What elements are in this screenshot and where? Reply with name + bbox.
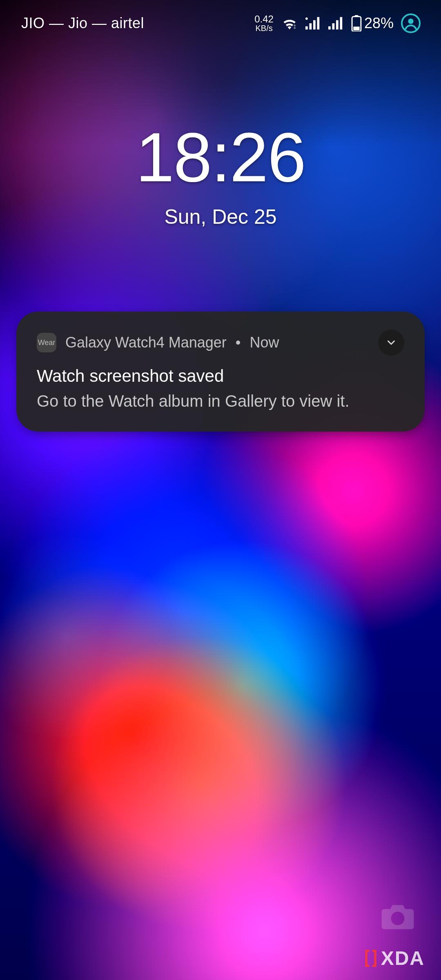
notification-separator: • <box>236 334 241 351</box>
data-rate-value: 0.42 <box>254 14 274 24</box>
battery-indicator: 28% <box>351 15 394 32</box>
battery-icon <box>351 15 362 31</box>
svg-point-0 <box>305 18 308 20</box>
clock-time: 18:26 <box>0 122 441 192</box>
cellular-signal-1-icon <box>305 17 321 30</box>
camera-shortcut-icon[interactable] <box>379 901 416 935</box>
carrier-label: JIO — Jio — airtel <box>21 15 144 32</box>
data-rate-unit: KB/s <box>255 24 272 32</box>
notification-app-name: Galaxy Watch4 Manager <box>65 334 227 351</box>
wifi-icon <box>281 16 298 30</box>
svg-rect-3 <box>353 27 359 30</box>
notification-title: Watch screenshot saved <box>37 366 404 386</box>
notification-time: Now <box>249 334 279 351</box>
data-rate-indicator: 0.42 KB/s <box>254 14 274 32</box>
clock-date: Sun, Dec 25 <box>0 205 441 229</box>
cellular-signal-2-icon <box>328 17 344 30</box>
chevron-down-icon <box>385 336 397 349</box>
lockscreen-clock: 18:26 Sun, Dec 25 <box>0 122 441 229</box>
xda-watermark: XDA <box>363 947 425 969</box>
notification-expand-button[interactable] <box>378 330 404 356</box>
wear-app-icon: Wear <box>37 333 56 352</box>
xda-bracket-icon <box>363 949 379 967</box>
notification-body: Go to the Watch album in Gallery to view… <box>37 390 404 412</box>
battery-percent: 28% <box>364 15 394 32</box>
svg-point-5 <box>408 18 413 24</box>
notification-card[interactable]: Wear Galaxy Watch4 Manager • Now Watch s… <box>16 312 425 432</box>
profile-icon[interactable] <box>401 13 421 33</box>
notification-header: Wear Galaxy Watch4 Manager • Now <box>37 330 404 356</box>
statusbar: JIO — Jio — airtel 0.42 KB/s 28% <box>0 0 441 39</box>
xda-watermark-text: XDA <box>381 947 425 969</box>
svg-rect-2 <box>354 15 358 17</box>
